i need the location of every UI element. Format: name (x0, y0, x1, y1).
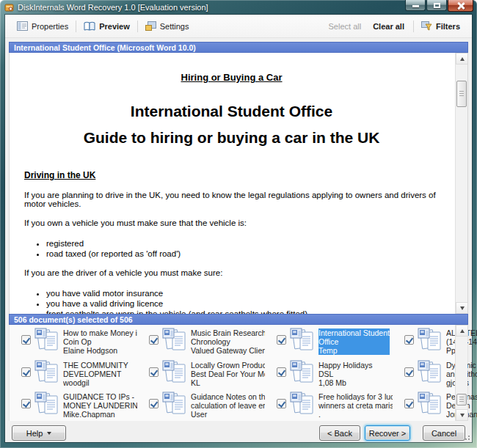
scroll-down-icon (460, 414, 465, 417)
file-item-text: Mike.Chapman (63, 410, 137, 419)
filters-button[interactable]: Filters (417, 19, 465, 33)
minimize-icon (412, 5, 419, 7)
recover-button[interactable]: Recover > (365, 425, 410, 441)
file-item-label: Free holidays for 3 luckywinners at cret… (318, 392, 393, 419)
file-checkbox[interactable] (404, 367, 414, 377)
file-list-scrollbar[interactable] (455, 325, 467, 421)
settings-label: Settings (160, 22, 189, 31)
file-item-text: KL (191, 378, 265, 387)
help-button[interactable]: Help (12, 425, 66, 441)
file-item-text: DEVELOPMENT (63, 370, 128, 378)
file-checkbox[interactable] (277, 335, 286, 345)
file-item-text: Locally Grown Produce-The (191, 361, 265, 370)
file-item[interactable]: Happy HolidaysDSL1,08 Mb (265, 359, 393, 391)
word-document-icon (34, 328, 61, 354)
toolbar-separator (76, 21, 76, 32)
file-item-text: MONEY LAUNDERING RE... (63, 401, 137, 410)
file-item-text: Happy Holidays (318, 361, 373, 370)
file-item-label: Music Brain ResearchChronologyValued Gat… (191, 328, 265, 355)
properties-button[interactable]: Properties (12, 19, 73, 33)
scroll-up-icon (460, 57, 465, 61)
file-item-label: Locally Grown Produce-TheBest Deal For Y… (191, 361, 265, 387)
bullet-item: you have valid motor insurance (46, 289, 439, 298)
preview-button[interactable]: Preview (79, 19, 134, 33)
file-item[interactable]: Free holidays for 3 luckywinners at cret… (265, 390, 393, 422)
scroll-down-button[interactable] (456, 409, 468, 421)
file-item-text: Valued Gateway Client (191, 346, 265, 355)
file-item-text: Best Deal For Your Money (191, 370, 265, 378)
window-title: DiskInternals Word Recovery 1.0 [Evaluat… (18, 3, 208, 12)
file-checkbox[interactable] (149, 335, 159, 345)
file-item-text: GUIDANCE TO IPs - (63, 392, 137, 401)
word-document-icon (34, 392, 61, 418)
file-item-text: Temp (318, 346, 390, 355)
file-checkbox[interactable] (21, 335, 31, 345)
scroll-down-button[interactable] (456, 302, 468, 314)
preview-scrollbar[interactable] (455, 53, 467, 314)
word-document-icon (290, 392, 316, 418)
close-button[interactable] (448, 0, 473, 12)
chevron-down-icon (47, 432, 51, 435)
document-title: Hiring or Buying a Car (24, 72, 439, 83)
file-item-text: International Student (318, 328, 390, 337)
file-item-text: DSL (318, 370, 373, 378)
file-item-label: Happy HolidaysDSL1,08 Mb (318, 361, 373, 387)
file-list-scrollbar-thumb[interactable] (456, 394, 467, 405)
file-item-label: How to make Money inCoin OpElaine Hodgso… (63, 328, 137, 355)
minimize-button[interactable] (405, 0, 426, 11)
file-item[interactable]: International StudentOfficeTemp (265, 326, 393, 359)
preview-scrollbar-thumb[interactable] (456, 81, 467, 107)
file-checkbox[interactable] (277, 367, 286, 377)
file-checkbox[interactable] (21, 399, 31, 408)
file-item[interactable]: Guidance Notes on thecalculation of leav… (137, 390, 265, 422)
file-checkbox[interactable] (21, 367, 31, 377)
maximize-button[interactable] (426, 0, 447, 11)
file-item[interactable]: How to make Money inCoin OpElaine Hodgso… (10, 326, 137, 359)
file-item[interactable]: Music Brain ResearchChronologyValued Gat… (137, 326, 265, 359)
file-checkbox[interactable] (149, 399, 159, 408)
settings-button[interactable]: Settings (141, 19, 194, 33)
cancel-button[interactable]: Cancel (423, 425, 465, 441)
title-bar: DiskInternals Word Recovery 1.0 [Evaluat… (0, 0, 477, 15)
document-section-heading: Driving in the UK (24, 170, 439, 180)
file-checkbox[interactable] (404, 399, 414, 408)
resize-grip[interactable] (463, 433, 470, 441)
scroll-down-icon (460, 306, 465, 310)
file-checkbox[interactable] (149, 367, 159, 377)
scroll-up-button[interactable] (456, 53, 468, 65)
help-label: Help (26, 429, 43, 438)
file-item-text: Office (318, 337, 390, 346)
file-item-text: Chronology (191, 337, 265, 346)
footer-bar: Help < Back Recover > Cancel (5, 424, 472, 442)
properties-label: Properties (32, 22, 68, 31)
dialog-client-area: Properties Preview Settings Select all (5, 15, 472, 442)
file-item[interactable]: THE COMMUNITYDEVELOPMENTwoodgil (10, 359, 137, 391)
file-item-label: Guidance Notes on thecalculation of leav… (191, 392, 265, 419)
word-document-icon (418, 328, 444, 354)
scroll-up-button[interactable] (456, 325, 468, 337)
clear-all-button[interactable]: Clear all (367, 20, 410, 33)
file-item-label: THE COMMUNITYDEVELOPMENTwoodgil (63, 361, 128, 387)
toolbar: Properties Preview Settings Select all (5, 15, 472, 38)
document-bullet-list: registeredroad taxed (or reported as 'of… (46, 239, 439, 258)
word-document-icon (418, 392, 444, 418)
file-item[interactable]: GUIDANCE TO IPs -MONEY LAUNDERING RE...M… (10, 390, 137, 422)
document-heading2: Guide to hiring or buying a car in the U… (24, 129, 439, 147)
properties-icon (17, 21, 28, 31)
select-all-button[interactable]: Select all (323, 20, 368, 33)
file-item[interactable]: Locally Grown Produce-TheBest Deal For Y… (137, 359, 265, 391)
back-button[interactable]: < Back (319, 425, 360, 441)
filters-icon (421, 21, 432, 31)
word-document-icon (162, 392, 189, 418)
word-document-icon (290, 360, 316, 386)
file-item-text: woodgil (63, 378, 128, 387)
status-bar: 506 document(s) selected of 506 (9, 314, 468, 325)
document-heading1: International Student Office (24, 103, 439, 120)
file-checkbox[interactable] (404, 335, 414, 345)
toolbar-separator (137, 21, 138, 32)
file-checkbox[interactable] (277, 399, 286, 408)
word-document-icon (34, 360, 61, 386)
maximize-icon (434, 3, 440, 8)
document-paragraph: If you are planning to drive in the UK, … (24, 191, 439, 208)
document-content: Hiring or Buying a Car International Stu… (10, 53, 455, 314)
